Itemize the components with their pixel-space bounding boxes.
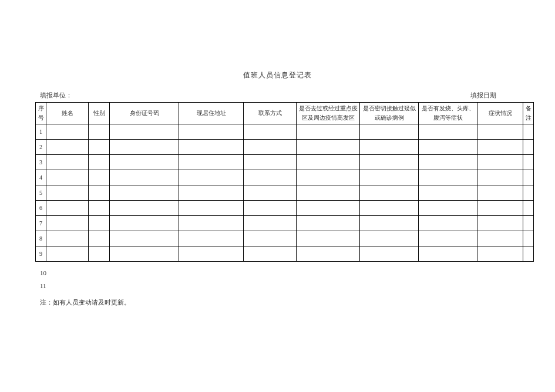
col-addr: 现居住地址 [179, 103, 244, 124]
cell [360, 246, 419, 262]
cell [477, 155, 523, 170]
cell-seq: 2 [36, 140, 46, 155]
cell-seq: 6 [36, 201, 46, 216]
cell-seq: 5 [36, 185, 46, 201]
cell [360, 216, 419, 231]
cell [523, 216, 534, 231]
footnote: 注：如有人员变动请及时更新。 [35, 298, 520, 307]
cell [179, 170, 244, 185]
cell [89, 124, 110, 140]
cell [419, 140, 477, 155]
cell [523, 170, 534, 185]
cell [46, 231, 89, 246]
rows-outside-table: 1011 [35, 266, 520, 292]
table-row: 1 [36, 124, 534, 140]
cell [179, 140, 244, 155]
cell [179, 246, 244, 262]
cell [419, 231, 477, 246]
table-row: 5 [36, 185, 534, 201]
cell [477, 201, 523, 216]
cell [523, 124, 534, 140]
cell [523, 185, 534, 201]
table-row: 8 [36, 231, 534, 246]
cell [244, 170, 297, 185]
table-header: 序号 姓名 性别 身份证号码 现居住地址 联系方式 是否去过或经过重点疫区及周边… [36, 103, 534, 124]
cell [244, 216, 297, 231]
table-row: 4 [36, 170, 534, 185]
cell [297, 170, 360, 185]
cell [419, 201, 477, 216]
col-note: 备注 [523, 103, 534, 124]
cell [89, 246, 110, 262]
cell [477, 185, 523, 201]
cell [297, 124, 360, 140]
cell [244, 185, 297, 201]
page-title: 值班人员信息登记表 [35, 70, 520, 80]
cell [110, 231, 179, 246]
col-q3: 是否有发烧、头疼、腹泻等症状 [419, 103, 477, 124]
cell [179, 201, 244, 216]
cell [477, 231, 523, 246]
cell [523, 201, 534, 216]
register-table: 序号 姓名 性别 身份证号码 现居住地址 联系方式 是否去过或经过重点疫区及周边… [35, 102, 534, 262]
cell [89, 201, 110, 216]
cell [360, 170, 419, 185]
cell [244, 155, 297, 170]
cell [110, 155, 179, 170]
cell [244, 124, 297, 140]
cell [110, 170, 179, 185]
cell [419, 246, 477, 262]
cell [297, 185, 360, 201]
cell [244, 140, 297, 155]
cell-seq: 8 [36, 231, 46, 246]
cell [523, 231, 534, 246]
row-outside: 11 [40, 279, 520, 292]
col-id: 身份证号码 [110, 103, 179, 124]
cell-seq: 4 [36, 170, 46, 185]
cell [46, 246, 89, 262]
col-q1: 是否去过或经过重点疫区及周边疫情高发区 [297, 103, 360, 124]
report-date-label: 填报日期 [470, 91, 496, 100]
cell [523, 155, 534, 170]
cell [523, 140, 534, 155]
cell [360, 155, 419, 170]
cell [297, 201, 360, 216]
cell [179, 185, 244, 201]
cell [110, 246, 179, 262]
cell [419, 170, 477, 185]
col-sex: 性别 [89, 103, 110, 124]
col-phone: 联系方式 [244, 103, 297, 124]
cell [477, 140, 523, 155]
col-seq: 序号 [36, 103, 46, 124]
cell [179, 231, 244, 246]
cell [360, 231, 419, 246]
cell [89, 185, 110, 201]
col-q2: 是否密切接触过疑似或确诊病例 [360, 103, 419, 124]
cell [89, 216, 110, 231]
cell [89, 231, 110, 246]
cell [297, 216, 360, 231]
table-body: 123456789 [36, 124, 534, 262]
table-row: 6 [36, 201, 534, 216]
cell [244, 201, 297, 216]
cell [477, 216, 523, 231]
col-name: 姓名 [46, 103, 89, 124]
cell-seq: 9 [36, 246, 46, 262]
cell [46, 170, 89, 185]
cell [360, 124, 419, 140]
cell [477, 246, 523, 262]
cell [89, 140, 110, 155]
cell [46, 216, 89, 231]
cell [89, 170, 110, 185]
cell [179, 124, 244, 140]
cell [360, 140, 419, 155]
page: 值班人员信息登记表 填报单位： 填报日期 序号 姓名 性别 身份证号码 现居住地… [0, 0, 555, 307]
cell [46, 185, 89, 201]
report-org-label: 填报单位： [40, 91, 72, 100]
cell [244, 246, 297, 262]
cell [477, 170, 523, 185]
cell [46, 124, 89, 140]
col-symp: 症状情况 [477, 103, 523, 124]
cell [110, 140, 179, 155]
cell [244, 231, 297, 246]
